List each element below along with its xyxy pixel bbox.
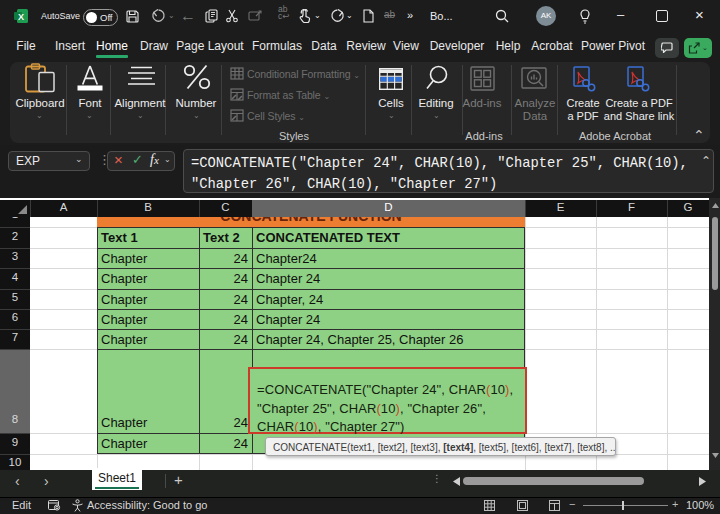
svg-text:X: X bbox=[18, 12, 24, 22]
